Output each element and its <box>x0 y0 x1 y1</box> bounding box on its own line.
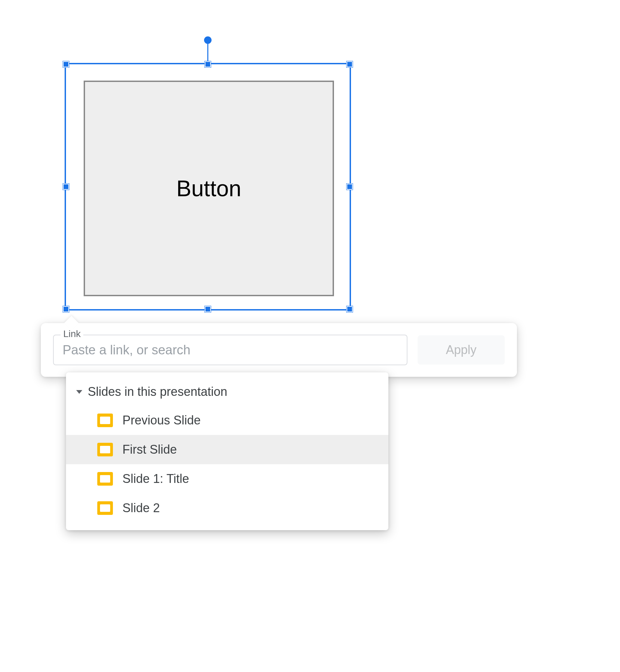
rotate-handle[interactable] <box>204 36 212 44</box>
resize-handle-e[interactable] <box>347 184 353 190</box>
link-suggestions-dropdown: Slides in this presentation Previous Sli… <box>66 372 388 530</box>
selection-outline[interactable]: Button <box>65 63 351 310</box>
link-input[interactable] <box>53 335 407 365</box>
slide-link-option[interactable]: Previous Slide <box>66 406 388 435</box>
slide-link-option[interactable]: Slide 2 <box>66 493 388 523</box>
resize-handle-n[interactable] <box>205 61 211 67</box>
slides-list: Previous SlideFirst SlideSlide 1: TitleS… <box>66 406 388 523</box>
slide-link-option[interactable]: First Slide <box>66 435 388 464</box>
slide-icon <box>97 501 113 515</box>
link-field-label: Link <box>61 329 83 339</box>
slide-link-label: Slide 2 <box>122 501 160 515</box>
popover-pointer <box>64 316 79 330</box>
link-field-wrapper: Link <box>53 335 407 365</box>
slide-icon <box>97 443 113 456</box>
selected-shape[interactable]: Button <box>84 81 334 296</box>
resize-handle-se[interactable] <box>347 306 353 312</box>
resize-handle-nw[interactable] <box>63 61 69 67</box>
resize-handle-w[interactable] <box>63 184 69 190</box>
slide-link-option[interactable]: Slide 1: Title <box>66 464 388 493</box>
resize-handle-s[interactable] <box>205 306 211 312</box>
insert-link-popover: Link Apply <box>41 323 517 377</box>
resize-handle-sw[interactable] <box>63 306 69 312</box>
slide-link-label: Slide 1: Title <box>122 472 189 486</box>
resize-handle-ne[interactable] <box>347 61 353 67</box>
slide-icon <box>97 414 113 427</box>
slides-section-header[interactable]: Slides in this presentation <box>66 380 388 404</box>
slide-link-label: First Slide <box>122 442 177 457</box>
slide-link-label: Previous Slide <box>122 413 201 427</box>
caret-down-icon <box>76 390 82 394</box>
slides-section-label: Slides in this presentation <box>88 385 227 399</box>
shape-text: Button <box>177 175 241 201</box>
slide-icon <box>97 472 113 486</box>
apply-button[interactable]: Apply <box>418 335 505 365</box>
